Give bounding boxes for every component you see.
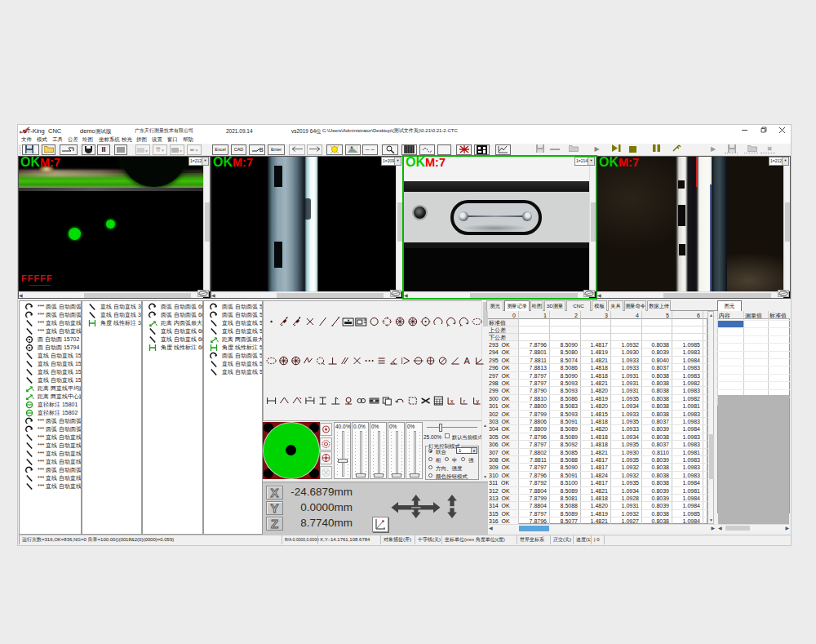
svg-text:Y: Y	[270, 502, 278, 514]
svg-text:A: A	[464, 356, 471, 366]
svg-text:x: x	[450, 398, 454, 404]
svg-text:r: r	[463, 398, 466, 404]
svg-text:y: y	[477, 398, 480, 405]
svg-text:X: X	[270, 486, 278, 499]
svg-text:Z: Z	[271, 517, 278, 530]
svg-text:B: B	[259, 147, 264, 153]
